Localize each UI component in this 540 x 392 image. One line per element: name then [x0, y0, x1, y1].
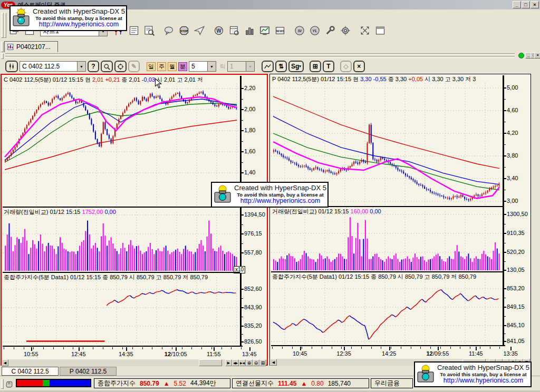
zoom-out-button[interactable]: ⊖ — [253, 359, 259, 366]
watermark-box: Created with HyperSnap-DX 5 To avoid thi… — [211, 182, 329, 208]
calendar-search-button[interactable] — [227, 24, 241, 38]
scroll-left-button[interactable]: ◀ — [2, 359, 8, 366]
zoom-in-button[interactable]: ⊕ — [246, 359, 253, 366]
chart-panel-left[interactable]: 2,202,001,801,601,401394,50976,15557,80x… — [1, 74, 268, 366]
period-week-button[interactable]: 주 — [157, 62, 166, 71]
wrench-button[interactable] — [323, 24, 337, 38]
doc-search-button[interactable] — [142, 24, 156, 38]
calendar-search-icon — [229, 25, 239, 36]
axis-tick-mark — [211, 347, 212, 349]
yl-badge-button[interactable]: YL — [307, 24, 322, 38]
bar-chart-button[interactable] — [242, 24, 256, 38]
period-month-button[interactable]: 월 — [168, 62, 177, 71]
axis-tick-mark — [242, 307, 244, 308]
chevron-down-icon[interactable]: ▼ — [77, 62, 85, 71]
chart-type-button[interactable] — [5, 61, 18, 72]
tab-call-option[interactable]: C 0402 112.5 — [2, 367, 59, 376]
symbol-combo[interactable]: C 0402 112.5 ▼ — [20, 61, 86, 72]
close-chart-button[interactable]: × — [353, 61, 365, 72]
fit-button[interactable]: ⊞ — [259, 359, 266, 366]
axis-tick-mark — [490, 347, 490, 349]
axis-tick-mark — [504, 341, 506, 342]
axis-tick-mark — [242, 224, 243, 225]
time-axis-label: 12:45 — [71, 351, 86, 357]
status-dot-icon — [518, 53, 524, 58]
diamond-button[interactable]: ◇ — [340, 61, 352, 72]
statusbar-grip[interactable] — [1, 379, 4, 389]
period-minute-button[interactable]: 분 — [178, 62, 187, 71]
futures-status-box[interactable]: 연결선물지수 111.45 ▲ 0.80 185,740 — [232, 378, 369, 388]
axis-tick-label: 2,00 — [244, 106, 255, 112]
axis-tick-mark — [182, 347, 182, 349]
expand-range-button[interactable]: ◀▶ — [232, 359, 239, 366]
scroll-right-button[interactable]: ▶ — [225, 359, 232, 366]
index-status-box[interactable]: 종합주가지수 850.79 ▲ 5.52 44,394만 — [94, 378, 230, 388]
expand-button[interactable] — [358, 24, 372, 38]
help-button[interactable]: ? — [88, 61, 99, 72]
tabrow-grip[interactable] — [1, 42, 4, 52]
chevron-down-icon[interactable]: ▼ — [246, 62, 254, 71]
axis-tick-mark — [420, 347, 421, 349]
period-day-button[interactable]: 일 — [147, 62, 156, 71]
minute-combo[interactable]: 5 ▼ — [189, 61, 216, 72]
axis-tick-mark — [14, 347, 14, 349]
scrollbar-thumb[interactable] — [199, 359, 222, 366]
news-button[interactable]: NEWS — [273, 24, 287, 38]
restore-button[interactable]: □ — [522, 1, 530, 8]
paper-plane-button[interactable] — [192, 24, 206, 38]
stop-sign-button[interactable]: STOP — [177, 24, 191, 38]
doc-list-button[interactable] — [127, 24, 141, 38]
axis-tick-mark — [504, 133, 506, 134]
close-button[interactable]: × — [531, 1, 539, 8]
document-tab[interactable]: P0402107... — [4, 41, 58, 52]
pencil-button[interactable]: ✎ — [128, 61, 140, 72]
tick-combo[interactable]: 1 ▼ — [227, 61, 255, 72]
tab-put-option[interactable]: P 0402 112.5 — [60, 367, 117, 376]
minimize-button[interactable]: _ — [513, 1, 521, 8]
watermark-link[interactable]: http://www.hyperionics.com — [436, 377, 531, 385]
axis-tick-label: 826,50 — [244, 339, 262, 345]
axis-tick-mark — [221, 347, 222, 349]
up-arrow-icon: ▲ — [301, 380, 307, 387]
watermark-link[interactable]: http://www.hyperionics.com — [32, 21, 126, 28]
stock-status-box[interactable]: 우리금융 — [371, 378, 413, 388]
gear-button[interactable] — [338, 24, 352, 38]
child-close-button[interactable]: × — [534, 52, 540, 58]
grid-layout-button[interactable]: ⊞ — [310, 61, 321, 72]
chart-panel-right[interactable]: 5,004,604,203,803,403,001300,50910,35520… — [269, 74, 531, 366]
chart-monitor-button[interactable] — [257, 24, 272, 38]
gauge-down-segment — [50, 380, 90, 386]
line-chart-button[interactable] — [262, 61, 274, 72]
text-tool-button[interactable]: T — [323, 61, 334, 72]
signal-button[interactable]: Sg▾ — [288, 61, 304, 72]
axis-tick-label: 976,15 — [244, 231, 262, 237]
speech-bubble-button[interactable] — [161, 24, 176, 38]
time-axis-line — [271, 345, 505, 346]
collapse-range-button[interactable]: ▶◀ — [239, 359, 246, 366]
globe-won-button[interactable]: W — [211, 24, 226, 38]
crosshair-button[interactable] — [114, 61, 127, 72]
index-volume: 44,394만 — [190, 379, 216, 388]
scrollbar-track[interactable] — [8, 359, 225, 366]
price-header: P 0402 112,5(5분) 01/12 15:15 현 3,30 -0,5… — [272, 76, 476, 82]
svg-text:Si: Si — [297, 28, 302, 33]
paper-plane-icon — [194, 25, 205, 36]
child-grip[interactable] — [1, 53, 4, 59]
watermark-link[interactable]: http://www.hyperionics.com — [233, 198, 327, 205]
chart-scrollbar[interactable]: ◀▶◀▶▶◀⊕⊖⊞ — [2, 359, 266, 366]
axis-tick-mark — [242, 289, 244, 290]
axis-tick-label: 3,00 — [507, 198, 518, 204]
search-button[interactable] — [101, 61, 113, 72]
scroll-left-button[interactable]: ◀ — [270, 359, 277, 366]
axis-tick-mark — [79, 347, 80, 351]
updown-button[interactable]: ⇅ — [275, 61, 287, 72]
window-panel-button[interactable] — [373, 24, 387, 38]
hand-icon[interactable] — [5, 379, 14, 388]
axis-tick-mark — [381, 347, 381, 349]
axis-tick-mark — [242, 233, 244, 234]
axis-tick-label: 1300,50 — [507, 211, 528, 217]
si-badge-button[interactable]: Si — [292, 24, 306, 38]
axis-tick-mark — [430, 347, 431, 349]
stock-name: 우리금융 — [374, 379, 400, 388]
chevron-down-icon[interactable]: ▼ — [207, 62, 216, 71]
